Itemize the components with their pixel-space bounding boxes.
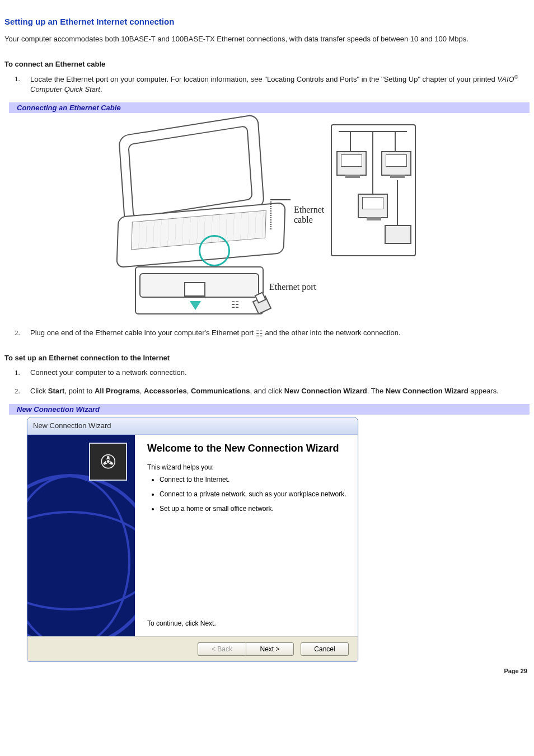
communications-label: Communications <box>191 387 250 395</box>
port-highlight-circle <box>199 235 230 266</box>
step-locate-port: Locate the Ethernet port on your compute… <box>30 74 530 95</box>
wizard-bullet: Connect to the Internet. <box>160 476 346 483</box>
page-number: Page 29 <box>4 668 530 674</box>
t: . The <box>367 387 386 395</box>
all-programs-label: All Programs <box>95 387 140 395</box>
t: , point to <box>64 387 94 395</box>
start-button-label: Start <box>48 387 65 395</box>
step-text: and the other into the network connectio… <box>265 328 400 337</box>
net-line <box>350 131 351 152</box>
net-line <box>372 131 373 194</box>
handshake-icon: ✇ <box>89 443 127 481</box>
step-text: Locate the Ethernet port on your compute… <box>30 75 497 83</box>
arrow-icon <box>190 301 201 310</box>
wizard-window: New Connection Wizard ✇ Welcome to the N… <box>27 417 358 662</box>
cable-lead-line <box>270 199 291 229</box>
new-connection-wizard-label: New Connection Wizard <box>386 387 469 395</box>
step-text: . <box>100 85 102 93</box>
wizard-screenshot: New Connection Wizard ✇ Welcome to the N… <box>27 417 530 662</box>
t: appears. <box>469 387 499 395</box>
net-line <box>395 131 396 152</box>
step-plug-cable: Plug one end of the Ethernet cable into … <box>30 328 530 338</box>
next-button[interactable]: Next > <box>246 642 294 656</box>
accessories-label: Accessories <box>144 387 187 395</box>
net-line <box>397 180 398 226</box>
step-text: Plug one end of the Ethernet cable into … <box>30 328 256 337</box>
t: , <box>187 387 191 395</box>
wizard-titlebar: New Connection Wizard <box>27 417 358 435</box>
wizard-bullet: Connect to a private network, such as yo… <box>160 490 346 498</box>
cancel-button[interactable]: Cancel <box>301 642 349 656</box>
wizard-intro: This wizard helps you: <box>147 463 346 471</box>
wizard-bullet: Set up a home or small office network. <box>160 505 346 513</box>
figure-caption-ethernet: Connecting an Ethernet Cable <box>4 102 530 113</box>
desktop-icon <box>381 151 411 176</box>
figure-caption-wizard: New Connection Wizard <box>4 404 530 415</box>
registered-mark: ® <box>514 74 518 80</box>
desktop-icon <box>358 194 388 218</box>
cable-label-l1: Ethernet <box>294 205 324 214</box>
wizard-sidebar: ✇ <box>27 435 136 636</box>
cable-label: Ethernet cable <box>294 205 324 225</box>
step-connect-network: Connect your computer to a network conne… <box>30 368 530 378</box>
section-heading-setup-connection: To set up an Ethernet connection to the … <box>4 354 530 362</box>
intro-paragraph: Your computer accommodates both 10BASE-T… <box>4 34 530 44</box>
section-heading-connect-cable: To connect an Ethernet cable <box>4 60 530 68</box>
ethernet-diagram: Ethernet cable ☷ Ethernet port <box>4 115 530 317</box>
ethernet-port-icon: ☷ <box>231 301 239 309</box>
quick-start-title: Computer Quick Start <box>30 85 100 93</box>
port-callout-box <box>135 266 264 314</box>
ethernet-port-icon-inline: ☷ <box>256 330 263 337</box>
t: Click <box>30 387 48 395</box>
globe-graphic <box>27 474 136 636</box>
cable-label-l2: cable <box>294 215 313 224</box>
back-button: < Back <box>198 642 246 656</box>
wizard-continue-hint: To continue, click Next. <box>147 619 346 631</box>
printer-icon <box>385 225 411 244</box>
t: , and click <box>250 387 284 395</box>
t: , <box>140 387 144 395</box>
step-open-wizard: Click Start, point to All Programs, Acce… <box>30 386 530 396</box>
desktop-icon <box>336 151 367 176</box>
new-connection-wizard-label: New Connection Wizard <box>284 387 367 395</box>
port-label: Ethernet port <box>269 282 316 292</box>
wizard-heading: Welcome to the New Connection Wizard <box>147 443 346 454</box>
vaio-brand: VAIO <box>497 75 514 83</box>
wizard-title: New Connection Wizard <box>33 421 111 430</box>
page-title: Setting up an Ethernet Internet connecti… <box>4 17 530 26</box>
